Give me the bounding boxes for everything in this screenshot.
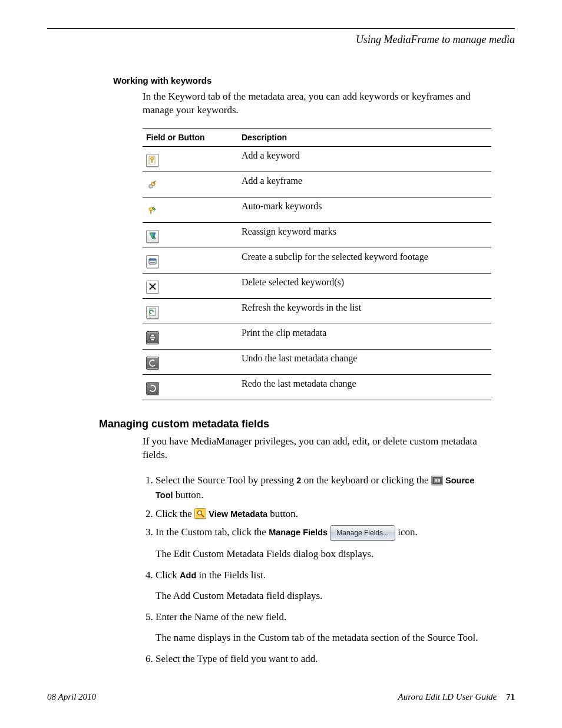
svg-rect-10 xyxy=(150,262,155,263)
table-row: Print the clip metadata xyxy=(143,324,491,349)
svg-rect-16 xyxy=(151,338,154,341)
view-metadata-label: View Metadata xyxy=(209,509,267,519)
svg-rect-13 xyxy=(150,308,156,315)
undo-metadata-icon xyxy=(146,357,159,370)
source-tool-icon xyxy=(431,476,443,485)
manage-fields-button-graphic: Manage Fields... xyxy=(330,525,395,541)
section-heading-keywords: Working with keywords xyxy=(113,75,515,85)
step-6: Select the Type of field you want to add… xyxy=(156,651,491,667)
svg-rect-2 xyxy=(151,159,153,163)
create-subclip-icon xyxy=(146,255,159,268)
page-footer: 08 April 2010 Aurora Edit LD User Guide … xyxy=(47,692,515,702)
footer-page-number: 71 xyxy=(506,692,515,701)
print-metadata-icon xyxy=(146,331,159,344)
table-row: Delete selected keyword(s) xyxy=(143,273,491,298)
svg-point-20 xyxy=(198,510,202,515)
svg-rect-19 xyxy=(438,479,440,482)
table-row: Refresh the keywords in the list xyxy=(143,298,491,324)
delete-keyword-icon xyxy=(146,281,159,294)
table-cell-desc: Create a subclip for the selected keywor… xyxy=(238,248,491,273)
add-keyframe-icon xyxy=(146,179,159,192)
step-2: Click the View Metadata button. xyxy=(156,506,491,522)
svg-line-21 xyxy=(201,515,204,517)
table-row: Add a keyword xyxy=(143,146,491,172)
table-cell-desc: Delete selected keyword(s) xyxy=(238,273,491,298)
step-1: Select the Source Tool by pressing 2 on … xyxy=(156,473,491,503)
svg-rect-15 xyxy=(151,334,154,337)
table-cell-desc: Reassign keyword marks xyxy=(238,222,491,248)
table-cell-desc: Add a keyframe xyxy=(238,172,491,197)
table-cell-desc: Print the clip metadata xyxy=(238,324,491,349)
add-keyword-icon xyxy=(146,154,159,167)
step-4: Click Add in the Fields list. The Add Cu… xyxy=(156,568,491,604)
auto-mark-icon xyxy=(146,205,159,218)
table-row: Auto-mark keywords xyxy=(143,197,491,222)
section1-intro: In the Keyword tab of the metadata area,… xyxy=(143,90,491,117)
table-cell-desc: Undo the last metadata change xyxy=(238,349,491,374)
view-metadata-icon xyxy=(194,508,206,519)
step-5-result: The name displays in the Custom tab of t… xyxy=(156,630,491,645)
refresh-list-icon xyxy=(146,306,159,319)
table-row: Redo the last metadata change xyxy=(143,374,491,400)
section-heading-custom-fields: Managing custom metadata fields xyxy=(99,418,515,430)
table-header-field: Field or Button xyxy=(143,128,238,146)
table-row: Undo the last metadata change xyxy=(143,349,491,374)
table-row: Add a keyframe xyxy=(143,172,491,197)
table-row: Reassign keyword marks xyxy=(143,222,491,248)
table-cell-desc: Auto-mark keywords xyxy=(238,197,491,222)
svg-rect-9 xyxy=(149,259,156,261)
table-cell-desc: Add a keyword xyxy=(238,146,491,172)
table-cell-desc: Refresh the keywords in the list xyxy=(238,298,491,324)
running-header: Using MediaFrame to manage media xyxy=(47,34,515,46)
manage-fields-label: Manage Fields xyxy=(269,528,328,537)
redo-metadata-icon xyxy=(146,382,159,395)
keyword-buttons-table: Field or Button Description Add a keywor… xyxy=(143,128,491,400)
svg-point-18 xyxy=(435,479,438,482)
add-label: Add xyxy=(180,571,196,580)
section2-intro: If you have MediaManager privileges, you… xyxy=(143,435,491,462)
step-4-result: The Add Custom Metadata field displays. xyxy=(156,588,491,604)
table-row: Create a subclip for the selected keywor… xyxy=(143,248,491,273)
step-3: In the Custom tab, click the Manage Fiel… xyxy=(156,525,491,562)
step-3-result: The Edit Custom Metadata Fields dialog b… xyxy=(156,546,491,562)
step-5: Enter the Name of the new field. The nam… xyxy=(156,610,491,645)
footer-booktitle: Aurora Edit LD User Guide xyxy=(398,692,497,701)
table-cell-desc: Redo the last metadata change xyxy=(238,374,491,400)
steps-list: Select the Source Tool by pressing 2 on … xyxy=(143,473,491,667)
svg-rect-7 xyxy=(150,210,151,214)
reassign-marks-icon xyxy=(146,230,159,243)
table-header-desc: Description xyxy=(238,128,491,146)
footer-date: 08 April 2010 xyxy=(47,692,96,702)
